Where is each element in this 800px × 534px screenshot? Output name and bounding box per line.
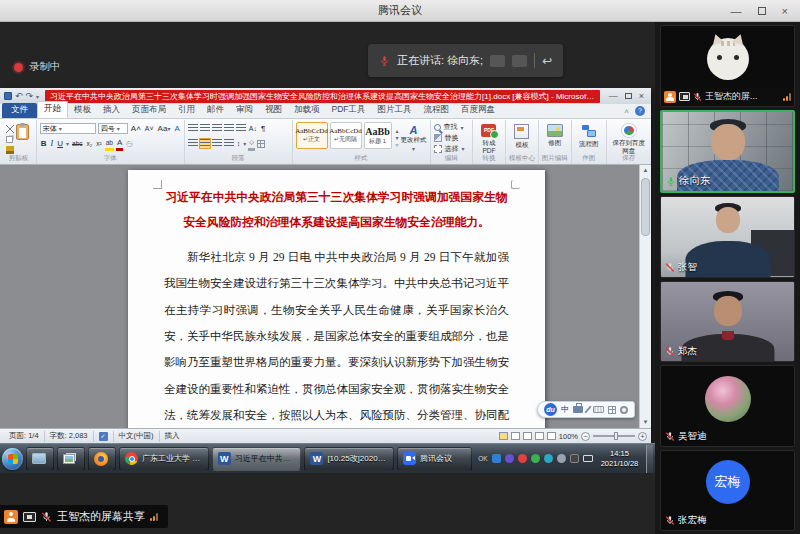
bold-button[interactable]: B <box>40 138 48 149</box>
save-icon[interactable] <box>4 92 12 100</box>
font-name-combo[interactable]: 宋体▾ <box>40 123 96 134</box>
shrink-font-icon[interactable]: A˅ <box>144 123 155 134</box>
chrome-taskbar-button[interactable]: 广东工业大学 第... <box>119 447 209 471</box>
scroll-up-icon[interactable]: ▲ <box>640 165 651 176</box>
reply-arrow-icon[interactable]: ↩ <box>542 54 552 68</box>
ime-keyboard-icon[interactable] <box>593 406 604 413</box>
tab-review[interactable]: 审阅 <box>230 103 259 118</box>
paste-button[interactable] <box>16 124 29 140</box>
highlight-color-button[interactable]: ab <box>105 137 114 151</box>
firefox-taskbar-button[interactable] <box>88 447 116 471</box>
participant-tile-wuzhidi[interactable]: 吴智迪 <box>660 365 795 447</box>
taskbar-clock[interactable]: 14:152021/10/28 <box>599 449 644 469</box>
participant-tile-zhengjie[interactable]: 郑杰 <box>660 281 795 363</box>
replace-button[interactable]: 替换 <box>434 133 470 144</box>
word-minimize-button[interactable]: — <box>609 91 618 101</box>
close-button[interactable]: × <box>782 5 788 17</box>
show-desktop-strip[interactable] <box>646 445 653 473</box>
view-print-layout-icon[interactable] <box>499 432 508 440</box>
start-button[interactable] <box>2 448 23 470</box>
underline-button[interactable]: U <box>56 138 64 149</box>
ime-symbols-icon[interactable] <box>608 406 616 414</box>
status-word-count[interactable]: 字数: 2,083 <box>45 431 94 442</box>
styles-gallery-scroll[interactable]: ▴▾▿ <box>394 122 401 154</box>
enclose-character-icon[interactable]: ㊀ <box>125 138 134 149</box>
show-desktop-taskbar-button[interactable] <box>26 447 54 471</box>
view-fullscreen-icon[interactable] <box>511 432 520 440</box>
help-icon[interactable]: ? <box>635 106 645 116</box>
save-baidu-pan-button[interactable]: 保存到百度网盘 <box>610 122 648 154</box>
zoom-in-icon[interactable]: + <box>638 432 647 441</box>
sort-icon[interactable]: A↓ <box>248 123 258 134</box>
tab-addins[interactable]: 加载项 <box>288 103 326 118</box>
change-styles-button[interactable]: A 更改样式▾ <box>401 122 427 154</box>
participant-tile-wangzhijie[interactable]: 王智杰的屏... <box>660 25 795 107</box>
pictures-taskbar-button[interactable] <box>57 447 85 471</box>
word-taskbar-button-active[interactable]: W习近平在中共中... <box>212 447 302 471</box>
tray-icon-green[interactable] <box>531 454 540 463</box>
scroll-down-icon[interactable]: ▼ <box>640 417 651 428</box>
italic-button[interactable]: I <box>50 138 55 149</box>
increase-indent-icon[interactable] <box>236 124 246 133</box>
reaction-icon[interactable] <box>490 55 505 67</box>
copy-icon[interactable] <box>6 136 13 144</box>
flowchart-button[interactable]: 流程图 <box>575 122 603 154</box>
ime-language-toggle[interactable]: 中 <box>561 404 569 415</box>
view-web-icon[interactable] <box>523 432 532 440</box>
text-effects-icon[interactable]: A <box>173 123 180 134</box>
tab-home[interactable]: 开始 <box>37 101 68 118</box>
align-center-icon[interactable] <box>200 139 210 148</box>
photo-edit-button[interactable]: 修图 <box>542 122 568 154</box>
tab-pdf-tools[interactable]: PDF工具 <box>326 103 372 118</box>
undo-icon[interactable]: ↶ <box>15 91 23 101</box>
tab-mailings[interactable]: 邮件 <box>201 103 230 118</box>
minimize-button[interactable]: — <box>731 5 742 17</box>
tab-picture-tools[interactable]: 图片工具 <box>372 103 418 118</box>
decrease-indent-icon[interactable] <box>224 124 234 133</box>
font-color-button[interactable]: A <box>116 137 123 151</box>
word-close-button[interactable]: × <box>639 91 644 101</box>
tab-template[interactable]: 模板 <box>68 103 97 118</box>
zoom-out-icon[interactable]: − <box>581 432 590 441</box>
maximize-button[interactable] <box>758 7 766 15</box>
status-language[interactable]: 中文(中国) <box>114 431 160 442</box>
shading-icon[interactable]: ◇ <box>248 137 255 151</box>
tray-icon-teal[interactable] <box>544 454 553 463</box>
zoom-slider[interactable] <box>593 435 635 437</box>
align-right-icon[interactable] <box>212 139 222 148</box>
style-normal[interactable]: AaBbCcDd↵正文 <box>296 122 328 149</box>
subscript-button[interactable]: x₂ <box>86 138 94 149</box>
style-heading1[interactable]: AaBb标题 1 <box>364 122 392 149</box>
bullets-icon[interactable] <box>188 124 198 133</box>
tab-page-layout[interactable]: 页面布局 <box>126 103 172 118</box>
participant-tile-zhanghongmei[interactable]: 宏梅 张宏梅 <box>660 450 795 532</box>
style-no-spacing[interactable]: AaBbCcDd↵无间隔 <box>330 122 362 149</box>
grow-font-icon[interactable]: A˄ <box>130 123 142 134</box>
align-left-icon[interactable] <box>188 139 198 148</box>
zoom-slider-thumb[interactable] <box>614 432 618 440</box>
template-button[interactable]: 模板 <box>509 122 535 154</box>
ime-settings-icon[interactable] <box>620 406 628 414</box>
status-page[interactable]: 页面: 1/4 <box>4 431 45 442</box>
tray-icon-purple[interactable] <box>505 454 514 463</box>
word-restore-button[interactable] <box>625 93 632 99</box>
ime-handwriting-icon[interactable] <box>584 405 591 413</box>
font-size-combo[interactable]: 四号▾ <box>98 123 128 134</box>
scrollbar-thumb[interactable] <box>641 178 650 236</box>
participant-tile-zhangzhi[interactable]: 张智 <box>660 196 795 278</box>
multilevel-list-icon[interactable] <box>212 124 222 133</box>
tab-flowchart[interactable]: 流程图 <box>418 103 456 118</box>
reaction-icon[interactable] <box>512 55 527 67</box>
tray-icon-dark[interactable] <box>570 454 579 463</box>
format-painter-icon[interactable] <box>6 146 14 154</box>
tab-references[interactable]: 引用 <box>172 103 201 118</box>
tab-view[interactable]: 视图 <box>259 103 288 118</box>
tray-ok-icon[interactable]: OK <box>478 455 487 462</box>
baidu-ime-logo[interactable]: du <box>544 403 557 416</box>
strikethrough-button[interactable]: abc <box>71 138 83 149</box>
cut-icon[interactable] <box>6 125 14 133</box>
redo-icon[interactable]: ↷ <box>26 91 34 101</box>
document-page[interactable]: 习近平在中共中央政治局第三十三次集体学习时强调加强国家生物 安全风险防控和治理体… <box>128 170 545 428</box>
superscript-button[interactable]: x² <box>95 138 102 149</box>
zoom-level[interactable]: 100% <box>559 432 578 441</box>
